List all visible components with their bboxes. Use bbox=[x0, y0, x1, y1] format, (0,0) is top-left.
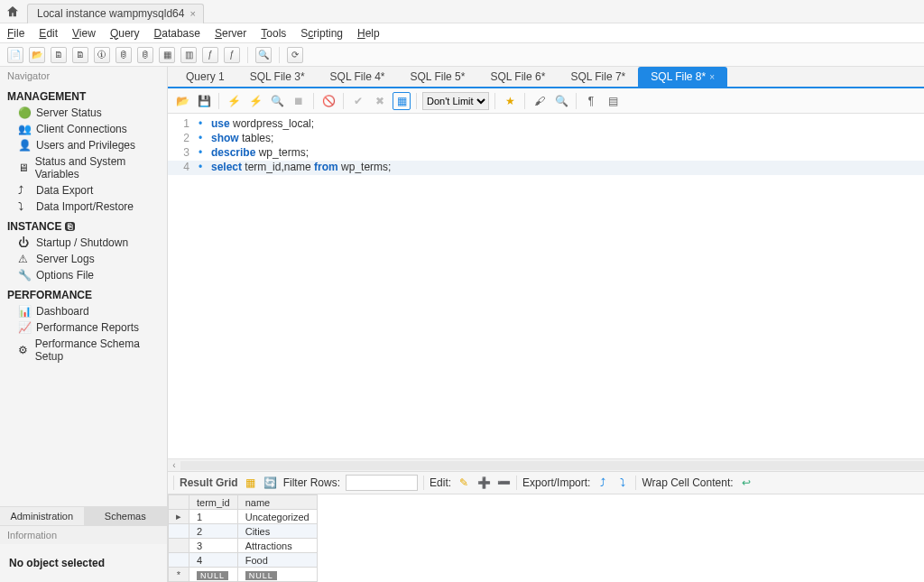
nav-startup-shutdown[interactable]: ⏻Startup / Shutdown bbox=[0, 235, 167, 251]
new-sql-tab-icon[interactable]: 📄 bbox=[7, 47, 23, 63]
favorite-icon[interactable]: ★ bbox=[501, 92, 519, 110]
func-icon[interactable]: ƒ bbox=[224, 47, 240, 63]
menu-tools[interactable]: Tools bbox=[261, 27, 286, 40]
rollback-icon[interactable]: ✖ bbox=[371, 92, 389, 110]
nav-data-export[interactable]: ⤴Data Export bbox=[0, 182, 167, 199]
sql-tab-file4[interactable]: SQL File 4* bbox=[318, 67, 398, 87]
performance-header: PERFORMANCE bbox=[0, 283, 167, 303]
nav-perf-schema[interactable]: ⚙Performance Schema Setup bbox=[0, 336, 167, 365]
row-selector-header[interactable] bbox=[169, 495, 189, 510]
sql-tab-file7[interactable]: SQL File 7* bbox=[558, 67, 638, 87]
table-icon[interactable]: ▦ bbox=[159, 47, 175, 63]
autocommit-toggle-icon[interactable]: ▦ bbox=[393, 92, 411, 110]
table-row[interactable]: 3Attractions bbox=[169, 539, 318, 553]
import-result-icon[interactable]: ⤵ bbox=[615, 476, 630, 490]
menu-database[interactable]: Database bbox=[154, 27, 200, 40]
view-icon[interactable]: ▥ bbox=[180, 47, 197, 63]
edit-row-icon[interactable]: ✎ bbox=[457, 476, 471, 490]
close-icon[interactable]: × bbox=[189, 8, 195, 19]
inspector-icon[interactable]: 🛈 bbox=[94, 47, 110, 63]
nav-client-connections[interactable]: 👥Client Connections bbox=[0, 121, 167, 137]
menu-file[interactable]: File bbox=[7, 27, 24, 40]
nav-perf-reports[interactable]: 📈Performance Reports bbox=[0, 319, 167, 336]
instance-badge-icon: ⎘ bbox=[65, 222, 75, 231]
menu-server[interactable]: Server bbox=[215, 27, 246, 40]
wrap-cell-icon[interactable]: ↩ bbox=[739, 476, 753, 490]
menu-query[interactable]: Query bbox=[110, 27, 140, 40]
sql-editor[interactable]: 1•use wordpress_local; 2•show tables; 3•… bbox=[168, 114, 924, 339]
no-limit-toggle-icon[interactable]: 🚫 bbox=[319, 92, 337, 110]
connections-icon: 👥 bbox=[18, 123, 31, 135]
column-header-name[interactable]: name bbox=[237, 495, 317, 510]
menu-view[interactable]: View bbox=[72, 27, 96, 40]
nav-dashboard[interactable]: 📊Dashboard bbox=[0, 303, 167, 319]
execute-icon[interactable]: ⚡ bbox=[225, 92, 243, 110]
navigator-title: Navigator bbox=[0, 67, 167, 85]
save-icon[interactable]: 💾 bbox=[195, 92, 213, 110]
navigator-tabs: Administration Schemas bbox=[0, 506, 167, 525]
close-icon[interactable]: × bbox=[709, 72, 715, 82]
instance-header: INSTANCE ⎘ bbox=[0, 215, 167, 235]
commit-icon[interactable]: ✔ bbox=[349, 92, 367, 110]
find-icon[interactable]: 🔍 bbox=[552, 92, 570, 110]
table-row[interactable]: 2Cities bbox=[169, 524, 318, 539]
connection-tab-label: Local instance wampmysqld64 bbox=[37, 7, 184, 20]
scroll-left-icon[interactable]: ‹ bbox=[168, 460, 180, 470]
wrench-icon: 🔧 bbox=[18, 269, 31, 282]
menu-edit[interactable]: Edit bbox=[39, 27, 58, 40]
editor-scrollbar[interactable]: ‹ bbox=[168, 458, 924, 471]
result-grid-label: Result Grid bbox=[180, 476, 238, 489]
editor-toolbar: 📂 💾 ⚡ ⚡ 🔍 ⏹ 🚫 ✔ ✖ ▦ Don't Limit ★ 🖌 🔍 ¶ … bbox=[168, 88, 924, 114]
connection-tab[interactable]: Local instance wampmysqld64 × bbox=[27, 4, 204, 23]
filter-rows-input[interactable] bbox=[346, 475, 418, 491]
db-icon[interactable]: 🛢 bbox=[116, 47, 132, 63]
sql-tab-query1[interactable]: Query 1 bbox=[173, 67, 237, 87]
sql-tab-file6[interactable]: SQL File 6* bbox=[477, 67, 558, 87]
sql-tabs: Query 1 SQL File 3* SQL File 4* SQL File… bbox=[168, 67, 924, 88]
tab-schemas[interactable]: Schemas bbox=[84, 507, 168, 525]
sql-tab-file8[interactable]: SQL File 8*× bbox=[638, 67, 727, 87]
sql-addtab-icon[interactable]: 🗎 bbox=[72, 47, 88, 63]
table-row[interactable]: ▸1Uncategorized bbox=[169, 510, 318, 524]
nav-server-logs[interactable]: ⚠Server Logs bbox=[0, 251, 167, 267]
gauge-icon: 📊 bbox=[18, 305, 31, 318]
open-sql-icon[interactable]: 📂 bbox=[29, 47, 45, 63]
main-toolbar: 📄 📂 🗎 🗎 🛈 🛢 🛢 ▦ ▥ ƒ ƒ 🔍 ⟳ bbox=[0, 43, 924, 67]
table-row-new[interactable]: *NULLNULL bbox=[169, 568, 318, 582]
tab-administration[interactable]: Administration bbox=[0, 507, 84, 525]
search-icon[interactable]: 🔍 bbox=[255, 47, 272, 63]
sql-file-icon[interactable]: 🗎 bbox=[51, 47, 67, 63]
execute-current-icon[interactable]: ⚡ bbox=[246, 92, 264, 110]
nav-data-import[interactable]: ⤵Data Import/Restore bbox=[0, 199, 167, 215]
column-header-term-id[interactable]: term_id bbox=[189, 495, 238, 510]
nav-server-status[interactable]: 🟢Server Status bbox=[0, 105, 167, 121]
proc-icon[interactable]: ƒ bbox=[202, 47, 218, 63]
sql-tab-file3[interactable]: SQL File 3* bbox=[237, 67, 318, 87]
delete-row-icon[interactable]: ➖ bbox=[496, 476, 511, 490]
nav-status-vars[interactable]: 🖥Status and System Variables bbox=[0, 153, 167, 182]
nav-options-file[interactable]: 🔧Options File bbox=[0, 267, 167, 283]
export-icon: ⤴ bbox=[18, 184, 31, 197]
limit-select[interactable]: Don't Limit bbox=[422, 92, 489, 110]
add-row-icon[interactable]: ➕ bbox=[476, 476, 491, 490]
home-icon[interactable] bbox=[5, 5, 20, 19]
result-grid[interactable]: term_id name ▸1Uncategorized 2Cities 3At… bbox=[168, 494, 924, 582]
explain-icon[interactable]: 🔍 bbox=[268, 92, 286, 110]
nav-users-privileges[interactable]: 👤Users and Privileges bbox=[0, 137, 167, 153]
filter-rows-label: Filter Rows: bbox=[283, 476, 340, 489]
menu-scripting[interactable]: Scripting bbox=[300, 27, 343, 40]
toggle-panel-icon[interactable]: ▤ bbox=[604, 92, 622, 110]
db-add-icon[interactable]: 🛢 bbox=[137, 47, 153, 63]
grid-view-icon[interactable]: ▦ bbox=[244, 476, 258, 490]
reconnect-icon[interactable]: ⟳ bbox=[287, 47, 303, 63]
stop-icon[interactable]: ⏹ bbox=[290, 92, 308, 110]
beautify-icon[interactable]: 🖌 bbox=[531, 92, 549, 110]
refresh-icon[interactable]: 🔄 bbox=[263, 476, 278, 490]
result-toolbar: Result Grid ▦ 🔄 Filter Rows: Edit: ✎ ➕ ➖… bbox=[168, 471, 924, 494]
export-result-icon[interactable]: ⤴ bbox=[596, 476, 610, 490]
open-file-icon[interactable]: 📂 bbox=[173, 92, 191, 110]
menu-help[interactable]: Help bbox=[357, 27, 380, 40]
word-wrap-icon[interactable]: ¶ bbox=[582, 92, 600, 110]
sql-tab-file5[interactable]: SQL File 5* bbox=[398, 67, 478, 87]
table-row[interactable]: 4Food bbox=[169, 553, 318, 568]
